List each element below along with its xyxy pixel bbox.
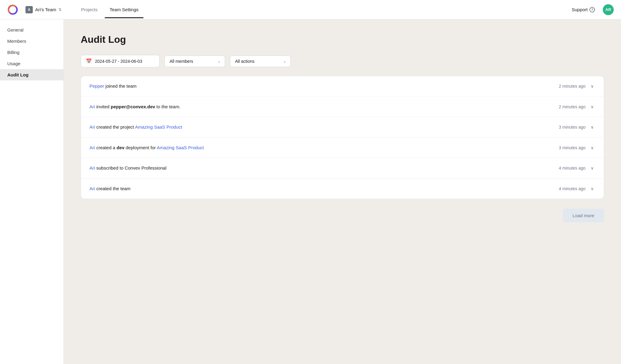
chevron-down-icon[interactable]: ∨ <box>589 166 595 170</box>
user-link-ari[interactable]: Ari <box>89 186 95 191</box>
header-left: A Ari's Team ⇅ Projects Team Settings <box>7 1 569 18</box>
table-row[interactable]: Ari created the team 4 minutes ago ∨ <box>81 179 604 199</box>
audit-message: Ari created the project Amazing SaaS Pro… <box>89 124 559 131</box>
page-title: Audit Log <box>81 34 604 45</box>
audit-message: Ari created a dev deployment for Amazing… <box>89 144 559 151</box>
deployment-type: dev <box>116 145 124 150</box>
table-row[interactable]: Ari invited pepper@convex.dev to the tea… <box>81 97 604 117</box>
sidebar-item-general[interactable]: General <box>0 24 63 35</box>
audit-message: Ari subscribed to Convex Professional <box>89 165 559 172</box>
audit-timestamp: 2 minutes ago <box>559 84 586 89</box>
support-button[interactable]: Support ? <box>569 5 598 14</box>
header: A Ari's Team ⇅ Projects Team Settings Su… <box>0 0 621 19</box>
project-link[interactable]: Amazing SaaS Product <box>135 124 182 130</box>
project-link[interactable]: Amazing SaaS Product <box>157 145 204 150</box>
content-area: Audit Log 📅 2024-05-27 - 2024-06-03 All … <box>64 19 621 364</box>
chevron-down-icon[interactable]: ∨ <box>589 104 595 109</box>
user-link-ari[interactable]: Ari <box>89 165 95 170</box>
actions-filter-wrapper: All actions ⌄ <box>230 56 291 67</box>
calendar-icon: 📅 <box>86 58 92 64</box>
audit-timestamp: 3 minutes ago <box>559 125 586 130</box>
table-row[interactable]: Ari subscribed to Convex Professional 4 … <box>81 158 604 179</box>
main-layout: General Members Billing Usage Audit Log … <box>0 19 621 364</box>
support-icon: ? <box>589 7 595 12</box>
user-link-ari[interactable]: Ari <box>89 124 95 130</box>
team-name: Ari's Team <box>35 7 56 12</box>
nav-tabs: Projects Team Settings <box>76 1 143 18</box>
chevron-down-icon[interactable]: ∨ <box>589 145 595 150</box>
team-selector[interactable]: A Ari's Team ⇅ <box>23 4 64 15</box>
chevron-down-icon[interactable]: ∨ <box>589 125 595 130</box>
audit-text: created the project <box>96 124 135 130</box>
user-link-ari[interactable]: Ari <box>89 104 95 109</box>
audit-log-card: Pepper joined the team 2 minutes ago ∨ A… <box>81 76 604 199</box>
audit-timestamp: 2 minutes ago <box>559 104 586 109</box>
support-label: Support <box>572 7 588 12</box>
user-link-pepper[interactable]: Pepper <box>89 83 104 89</box>
table-row[interactable]: Ari created the project Amazing SaaS Pro… <box>81 117 604 138</box>
tab-projects[interactable]: Projects <box>76 1 102 18</box>
audit-text: created a <box>96 145 117 150</box>
audit-text: to the team. <box>157 104 181 109</box>
audit-message: Ari invited pepper@convex.dev to the tea… <box>89 103 559 110</box>
tab-team-settings[interactable]: Team Settings <box>105 1 143 18</box>
chevron-down-icon[interactable]: ∨ <box>589 84 595 89</box>
header-right: Support ? AR <box>569 4 614 15</box>
audit-text: subscribed to Convex Professional <box>96 165 167 170</box>
audit-timestamp: 4 minutes ago <box>559 166 586 170</box>
sidebar-item-billing[interactable]: Billing <box>0 47 63 58</box>
user-link-ari[interactable]: Ari <box>89 145 95 150</box>
team-avatar: A <box>25 6 33 13</box>
date-range-filter[interactable]: 📅 2024-05-27 - 2024-06-03 <box>81 55 160 67</box>
load-more-button[interactable]: Load more <box>563 209 604 222</box>
sidebar: General Members Billing Usage Audit Log <box>0 19 64 364</box>
date-range-value: 2024-05-27 - 2024-06-03 <box>95 59 142 64</box>
members-filter[interactable]: All members <box>164 56 225 67</box>
audit-text: created the team <box>96 186 131 191</box>
members-filter-wrapper: All members ⌄ <box>164 56 225 67</box>
chevron-updown-icon: ⇅ <box>59 8 62 12</box>
filters-bar: 📅 2024-05-27 - 2024-06-03 All members ⌄ … <box>81 55 604 67</box>
chevron-down-icon[interactable]: ∨ <box>589 186 595 191</box>
actions-filter[interactable]: All actions <box>230 56 291 67</box>
sidebar-item-audit-log[interactable]: Audit Log <box>0 69 63 80</box>
audit-message: Ari created the team <box>89 185 559 192</box>
load-more-container: Load more <box>81 206 604 225</box>
audit-message: Pepper joined the team <box>89 83 559 90</box>
audit-text: deployment for <box>126 145 157 150</box>
audit-timestamp: 3 minutes ago <box>559 145 586 150</box>
invited-email: pepper@convex.dev <box>111 104 155 109</box>
user-avatar[interactable]: AR <box>603 4 614 15</box>
audit-text: joined the team <box>106 83 137 89</box>
sidebar-item-usage[interactable]: Usage <box>0 58 63 69</box>
sidebar-item-members[interactable]: Members <box>0 35 63 47</box>
audit-timestamp: 4 minutes ago <box>559 186 586 191</box>
table-row[interactable]: Ari created a dev deployment for Amazing… <box>81 138 604 158</box>
audit-text: invited <box>96 104 111 109</box>
app-logo[interactable] <box>7 4 18 15</box>
table-row[interactable]: Pepper joined the team 2 minutes ago ∨ <box>81 76 604 97</box>
